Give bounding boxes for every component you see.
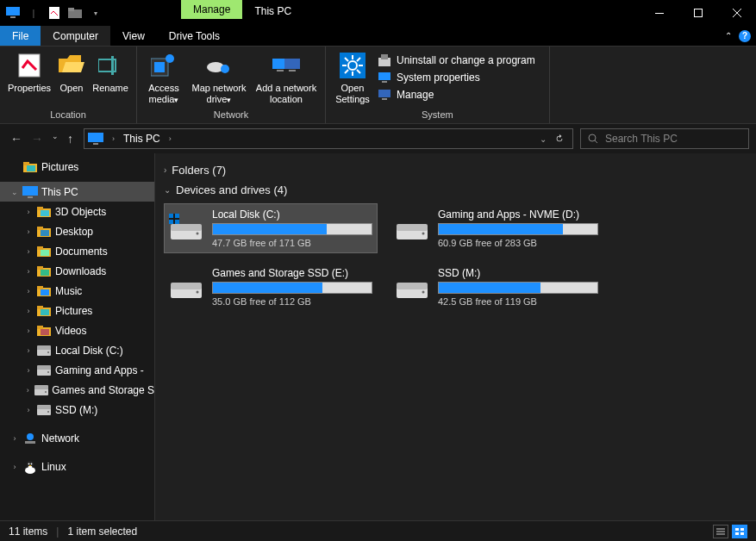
system-properties-button[interactable]: System properties <box>378 71 535 84</box>
close-button[interactable] <box>717 0 756 26</box>
tree-item[interactable]: ›Gaming and Apps - <box>0 360 154 380</box>
svg-rect-97 <box>397 283 428 289</box>
rename-button[interactable]: Rename <box>90 50 131 94</box>
svg-rect-88 <box>171 224 202 231</box>
drive-icon <box>36 344 52 358</box>
address-icon <box>88 133 103 145</box>
open-button[interactable]: Open <box>53 50 90 94</box>
tree-item[interactable]: ›Linux <box>0 457 154 476</box>
tree-item[interactable]: ›Network <box>0 428 154 448</box>
tree-item[interactable]: Pictures <box>0 157 154 177</box>
maximize-button[interactable] <box>678 0 717 26</box>
drive-tile[interactable]: Games and Storage SSD (E:)35.0 GB free o… <box>164 262 378 312</box>
svg-rect-105 <box>740 532 744 535</box>
tree-item[interactable]: ›Documents <box>0 241 154 261</box>
svg-rect-35 <box>88 133 103 142</box>
add-network-location-button[interactable]: Add a network location <box>253 50 320 105</box>
breadcrumb-separator-icon[interactable]: › <box>109 134 118 143</box>
access-media-button[interactable]: Access media▾ <box>142 50 185 105</box>
svg-rect-75 <box>37 405 51 409</box>
drive-tile[interactable]: Gaming and Apps - NVME (D:)60.9 GB free … <box>390 203 603 253</box>
map-network-drive-button[interactable]: Map network drive▾ <box>185 50 253 105</box>
svg-point-67 <box>47 351 49 353</box>
svg-point-37 <box>589 134 596 141</box>
folder-music-icon <box>36 284 52 298</box>
tree-expand-icon[interactable]: › <box>24 386 31 395</box>
tree-item[interactable]: ›Music <box>0 281 154 301</box>
tree-expand-icon[interactable]: › <box>24 346 33 355</box>
tree-item[interactable]: ›Downloads <box>0 261 154 281</box>
view-tiles-button[interactable] <box>732 525 747 538</box>
breadcrumb-this-pc[interactable]: This PC <box>123 133 160 145</box>
properties-button[interactable]: Properties <box>5 50 53 94</box>
tree-expand-icon[interactable]: › <box>24 227 33 236</box>
app-icon <box>3 3 22 22</box>
svg-rect-1 <box>10 16 16 18</box>
nav-recent-button[interactable]: ⌄ <box>52 132 59 146</box>
tree-item-label: This PC <box>41 186 78 198</box>
tree-expand-icon[interactable]: › <box>24 287 33 295</box>
tree-expand-icon[interactable]: › <box>24 247 33 256</box>
help-button[interactable]: ? <box>739 30 751 42</box>
tab-view[interactable]: View <box>110 26 157 46</box>
svg-rect-86 <box>173 214 175 224</box>
minimize-button[interactable] <box>640 0 678 26</box>
tree-item[interactable]: ›Videos <box>0 320 154 340</box>
tree-expand-icon[interactable]: › <box>24 326 33 335</box>
navigation-tree[interactable]: Pictures⌄This PC›3D Objects›Desktop›Docu… <box>0 153 155 520</box>
tree-expand-icon[interactable]: › <box>24 366 33 375</box>
tree-item[interactable]: ›3D Objects <box>0 202 154 221</box>
tab-file[interactable]: File <box>0 26 41 46</box>
tree-item[interactable]: ›SSD (M:) <box>0 400 154 420</box>
contextual-tab-manage[interactable]: Manage <box>181 0 242 19</box>
svg-rect-46 <box>41 210 49 216</box>
tab-computer[interactable]: Computer <box>41 26 110 46</box>
qat-dropdown-icon[interactable]: ▾ <box>86 3 105 22</box>
svg-rect-6 <box>694 9 702 17</box>
drive-tile[interactable]: SSD (M:)42.5 GB free of 119 GB <box>390 262 603 312</box>
tree-item-label: Network <box>41 432 79 445</box>
tree-expand-icon[interactable]: › <box>24 208 33 216</box>
tree-expand-icon[interactable]: ⌄ <box>10 188 19 196</box>
tree-item[interactable]: ›Local Disk (C:) <box>0 340 154 360</box>
qat-new-folder-icon[interactable] <box>66 3 84 22</box>
folder-dl-icon <box>36 264 52 278</box>
tree-item[interactable]: ›Desktop <box>0 221 154 241</box>
section-folders[interactable]: › Folders (7) <box>164 160 747 180</box>
tree-expand-icon[interactable]: › <box>10 463 19 471</box>
refresh-button[interactable] <box>555 134 564 143</box>
collapse-ribbon-button[interactable]: ⌃ <box>725 31 732 40</box>
open-icon <box>58 52 85 79</box>
nav-forward-button[interactable]: → <box>31 132 43 146</box>
manage-button[interactable]: Manage <box>378 88 535 102</box>
svg-rect-7 <box>19 54 40 77</box>
nav-up-button[interactable]: ↑ <box>67 132 73 146</box>
breadcrumb-separator-icon[interactable]: › <box>166 134 175 143</box>
tree-item[interactable]: ›Games and Storage S <box>0 380 154 400</box>
chevron-right-icon: › <box>164 165 166 175</box>
svg-rect-33 <box>378 90 390 97</box>
uninstall-program-button[interactable]: Uninstall or change a program <box>378 53 535 67</box>
section-drives[interactable]: ⌄ Devices and drives (4) <box>164 180 747 200</box>
search-input[interactable]: Search This PC <box>580 128 749 149</box>
qat-properties-icon[interactable] <box>45 3 64 22</box>
svg-rect-54 <box>37 266 43 270</box>
uninstall-icon <box>378 53 391 67</box>
tab-drive-tools[interactable]: Drive Tools <box>157 26 232 46</box>
address-bar[interactable]: › This PC › ⌄ <box>84 128 573 149</box>
tree-expand-icon[interactable]: › <box>24 307 33 315</box>
tree-expand-icon[interactable]: › <box>10 434 19 443</box>
tree-item[interactable]: ⌄This PC <box>0 182 154 202</box>
nav-back-button[interactable]: ← <box>10 132 22 146</box>
tree-expand-icon[interactable]: › <box>24 406 33 414</box>
svg-rect-2 <box>49 7 59 19</box>
view-details-button[interactable] <box>713 525 728 538</box>
tree-item[interactable]: ›Pictures <box>0 301 154 320</box>
drive-tile[interactable]: Local Disk (C:)47.7 GB free of 171 GB <box>164 203 378 253</box>
folder-3d-icon <box>36 205 52 219</box>
tree-expand-icon[interactable]: › <box>24 267 33 276</box>
address-dropdown-icon[interactable]: ⌄ <box>540 134 547 144</box>
svg-point-14 <box>221 65 229 73</box>
open-settings-button[interactable]: Open Settings <box>331 50 374 105</box>
status-selection: 1 item selected <box>67 525 137 538</box>
